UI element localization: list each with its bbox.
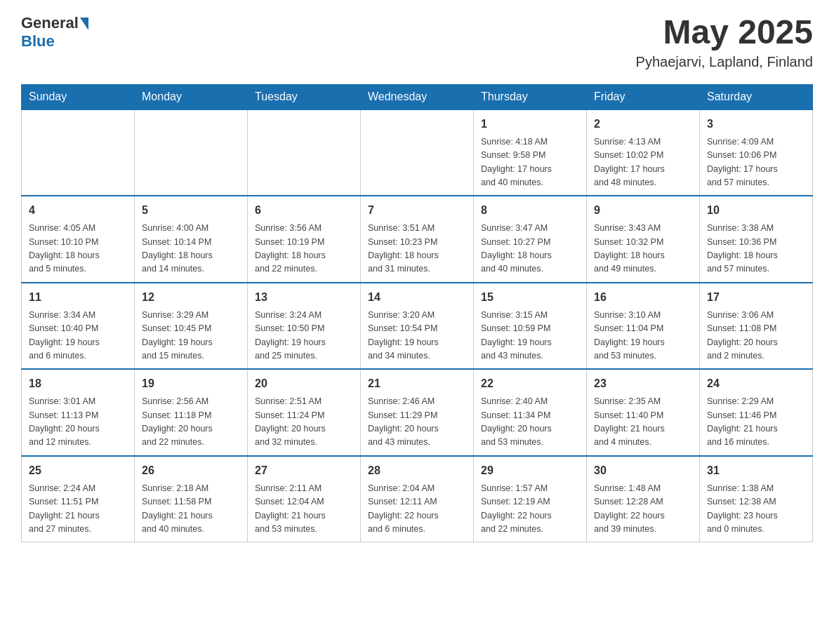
calendar-cell: 28Sunrise: 2:04 AM Sunset: 12:11 AM Dayl… [361, 456, 474, 542]
day-info: Sunrise: 2:29 AM Sunset: 11:46 PM Daylig… [707, 395, 805, 450]
day-info: Sunrise: 1:38 AM Sunset: 12:38 AM Daylig… [707, 482, 805, 537]
day-number: 20 [255, 375, 353, 392]
calendar-cell: 6Sunrise: 3:56 AM Sunset: 10:19 PM Dayli… [248, 196, 361, 283]
location-subtitle: Pyhaejarvi, Lapland, Finland [636, 54, 813, 70]
day-number: 30 [594, 462, 692, 479]
calendar-cell: 21Sunrise: 2:46 AM Sunset: 11:29 PM Dayl… [361, 369, 474, 456]
calendar-cell: 9Sunrise: 3:43 AM Sunset: 10:32 PM Dayli… [587, 196, 700, 283]
calendar-cell: 29Sunrise: 1:57 AM Sunset: 12:19 AM Dayl… [474, 456, 587, 542]
calendar-week-row: 1Sunrise: 4:18 AM Sunset: 9:58 PM Daylig… [22, 109, 813, 196]
day-info: Sunrise: 2:11 AM Sunset: 12:04 AM Daylig… [255, 482, 353, 537]
day-info: Sunrise: 3:47 AM Sunset: 10:27 PM Daylig… [481, 222, 579, 276]
calendar-cell: 30Sunrise: 1:48 AM Sunset: 12:28 AM Dayl… [587, 456, 700, 542]
calendar-cell [248, 109, 361, 196]
calendar-cell: 16Sunrise: 3:10 AM Sunset: 11:04 PM Dayl… [587, 283, 700, 370]
header-right: May 2025 Pyhaejarvi, Lapland, Finland [636, 14, 813, 70]
calendar-cell: 31Sunrise: 1:38 AM Sunset: 12:38 AM Dayl… [700, 456, 813, 542]
logo: General Blue [21, 14, 88, 51]
day-number: 16 [594, 289, 692, 306]
day-info: Sunrise: 2:46 AM Sunset: 11:29 PM Daylig… [368, 395, 466, 450]
calendar-cell: 2Sunrise: 4:13 AM Sunset: 10:02 PM Dayli… [587, 109, 700, 196]
calendar-cell: 8Sunrise: 3:47 AM Sunset: 10:27 PM Dayli… [474, 196, 587, 283]
day-number: 14 [368, 289, 466, 306]
calendar-cell [22, 109, 135, 196]
calendar-cell: 12Sunrise: 3:29 AM Sunset: 10:45 PM Dayl… [135, 283, 248, 370]
day-info: Sunrise: 4:00 AM Sunset: 10:14 PM Daylig… [142, 222, 240, 276]
day-info: Sunrise: 2:51 AM Sunset: 11:24 PM Daylig… [255, 395, 353, 450]
calendar-cell: 27Sunrise: 2:11 AM Sunset: 12:04 AM Dayl… [248, 456, 361, 542]
day-number: 26 [142, 462, 240, 479]
day-info: Sunrise: 3:06 AM Sunset: 11:08 PM Daylig… [707, 309, 805, 363]
calendar-cell: 18Sunrise: 3:01 AM Sunset: 11:13 PM Dayl… [22, 369, 135, 456]
day-number: 13 [255, 289, 353, 306]
day-info: Sunrise: 2:24 AM Sunset: 11:51 PM Daylig… [29, 482, 127, 537]
day-number: 25 [29, 462, 127, 479]
calendar-cell: 3Sunrise: 4:09 AM Sunset: 10:06 PM Dayli… [700, 109, 813, 196]
calendar-cell: 14Sunrise: 3:20 AM Sunset: 10:54 PM Dayl… [361, 283, 474, 370]
day-number: 10 [707, 202, 805, 219]
day-info: Sunrise: 3:20 AM Sunset: 10:54 PM Daylig… [368, 309, 466, 363]
calendar-cell: 13Sunrise: 3:24 AM Sunset: 10:50 PM Dayl… [248, 283, 361, 370]
day-info: Sunrise: 1:57 AM Sunset: 12:19 AM Daylig… [481, 482, 579, 537]
calendar-header-friday: Friday [587, 84, 700, 109]
day-number: 17 [707, 289, 805, 306]
day-number: 1 [481, 116, 579, 133]
calendar-cell: 11Sunrise: 3:34 AM Sunset: 10:40 PM Dayl… [22, 283, 135, 370]
calendar-header-sunday: Sunday [22, 84, 135, 109]
day-info: Sunrise: 2:40 AM Sunset: 11:34 PM Daylig… [481, 395, 579, 450]
day-info: Sunrise: 3:29 AM Sunset: 10:45 PM Daylig… [142, 309, 240, 363]
calendar-cell [361, 109, 474, 196]
day-number: 12 [142, 289, 240, 306]
calendar-header-wednesday: Wednesday [361, 84, 474, 109]
day-info: Sunrise: 4:09 AM Sunset: 10:06 PM Daylig… [707, 135, 805, 190]
calendar-week-row: 25Sunrise: 2:24 AM Sunset: 11:51 PM Dayl… [22, 456, 813, 542]
day-number: 23 [594, 375, 692, 392]
day-info: Sunrise: 2:35 AM Sunset: 11:40 PM Daylig… [594, 395, 692, 450]
calendar-cell: 10Sunrise: 3:38 AM Sunset: 10:36 PM Dayl… [700, 196, 813, 283]
day-number: 7 [368, 202, 466, 219]
day-number: 19 [142, 375, 240, 392]
day-number: 22 [481, 375, 579, 392]
calendar-cell: 7Sunrise: 3:51 AM Sunset: 10:23 PM Dayli… [361, 196, 474, 283]
day-number: 11 [29, 289, 127, 306]
day-number: 21 [368, 375, 466, 392]
day-info: Sunrise: 3:56 AM Sunset: 10:19 PM Daylig… [255, 222, 353, 276]
calendar-header-saturday: Saturday [700, 84, 813, 109]
day-info: Sunrise: 3:43 AM Sunset: 10:32 PM Daylig… [594, 222, 692, 276]
logo-blue-text: Blue [21, 32, 55, 51]
calendar-header-thursday: Thursday [474, 84, 587, 109]
calendar-cell: 22Sunrise: 2:40 AM Sunset: 11:34 PM Dayl… [474, 369, 587, 456]
day-info: Sunrise: 3:51 AM Sunset: 10:23 PM Daylig… [368, 222, 466, 276]
day-info: Sunrise: 4:18 AM Sunset: 9:58 PM Dayligh… [481, 135, 579, 190]
day-number: 4 [29, 202, 127, 219]
page-header: General Blue May 2025 Pyhaejarvi, Laplan… [21, 14, 813, 70]
calendar-cell: 26Sunrise: 2:18 AM Sunset: 11:58 PM Dayl… [135, 456, 248, 542]
day-info: Sunrise: 4:05 AM Sunset: 10:10 PM Daylig… [29, 222, 127, 276]
day-number: 18 [29, 375, 127, 392]
month-year-title: May 2025 [636, 14, 813, 51]
day-info: Sunrise: 3:15 AM Sunset: 10:59 PM Daylig… [481, 309, 579, 363]
day-number: 3 [707, 116, 805, 133]
calendar-cell: 4Sunrise: 4:05 AM Sunset: 10:10 PM Dayli… [22, 196, 135, 283]
day-info: Sunrise: 3:34 AM Sunset: 10:40 PM Daylig… [29, 309, 127, 363]
calendar-header-row: SundayMondayTuesdayWednesdayThursdayFrid… [22, 84, 813, 109]
logo-general-text: General [21, 14, 79, 32]
day-info: Sunrise: 3:24 AM Sunset: 10:50 PM Daylig… [255, 309, 353, 363]
calendar-cell: 5Sunrise: 4:00 AM Sunset: 10:14 PM Dayli… [135, 196, 248, 283]
day-info: Sunrise: 2:56 AM Sunset: 11:18 PM Daylig… [142, 395, 240, 450]
day-number: 29 [481, 462, 579, 479]
calendar-cell: 1Sunrise: 4:18 AM Sunset: 9:58 PM Daylig… [474, 109, 587, 196]
calendar-week-row: 11Sunrise: 3:34 AM Sunset: 10:40 PM Dayl… [22, 283, 813, 370]
calendar-cell: 24Sunrise: 2:29 AM Sunset: 11:46 PM Dayl… [700, 369, 813, 456]
day-info: Sunrise: 2:18 AM Sunset: 11:58 PM Daylig… [142, 482, 240, 537]
calendar-cell [135, 109, 248, 196]
calendar-cell: 15Sunrise: 3:15 AM Sunset: 10:59 PM Dayl… [474, 283, 587, 370]
day-number: 15 [481, 289, 579, 306]
day-info: Sunrise: 1:48 AM Sunset: 12:28 AM Daylig… [594, 482, 692, 537]
calendar-cell: 20Sunrise: 2:51 AM Sunset: 11:24 PM Dayl… [248, 369, 361, 456]
day-number: 9 [594, 202, 692, 219]
day-info: Sunrise: 2:04 AM Sunset: 12:11 AM Daylig… [368, 482, 466, 537]
logo-arrow-icon [80, 18, 88, 30]
day-number: 2 [594, 116, 692, 133]
day-number: 5 [142, 202, 240, 219]
